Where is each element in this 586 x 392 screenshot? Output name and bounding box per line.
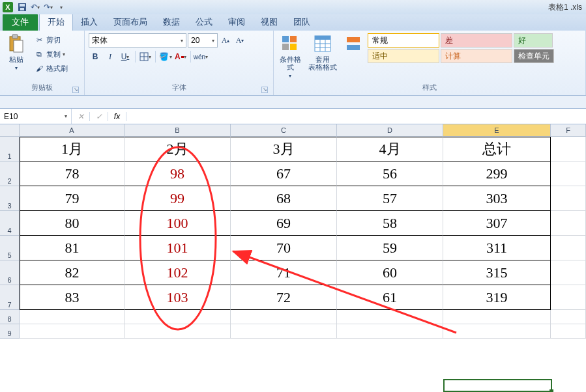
accept-formula-button[interactable]: ✓ xyxy=(90,112,108,121)
row-head-8[interactable]: 8 xyxy=(0,310,20,324)
tab-data[interactable]: 数据 xyxy=(155,14,188,31)
cell-F9[interactable] xyxy=(551,324,586,339)
cell-E1[interactable]: 总计 xyxy=(443,137,551,161)
cell-A6[interactable]: 82 xyxy=(20,260,125,285)
row-head-1[interactable]: 1 xyxy=(0,137,20,161)
cell-C5[interactable]: 70 xyxy=(231,236,337,260)
shrink-font-button[interactable]: A▾ xyxy=(233,34,246,47)
cell-F7[interactable] xyxy=(551,285,586,310)
cell-C9[interactable] xyxy=(231,324,337,339)
cell-E8[interactable] xyxy=(443,310,551,324)
format-painter-button[interactable]: 🖌格式刷 xyxy=(33,62,69,75)
cell-C8[interactable] xyxy=(231,310,337,324)
cancel-formula-button[interactable]: ✕ xyxy=(72,112,90,121)
cell-B8[interactable] xyxy=(125,310,231,324)
underline-button[interactable]: U▾ xyxy=(119,50,132,63)
tab-review[interactable]: 审阅 xyxy=(220,14,253,31)
select-all-corner[interactable] xyxy=(0,124,20,137)
paste-button[interactable]: 粘贴▾ xyxy=(4,33,29,72)
cell-F2[interactable] xyxy=(551,161,586,186)
cell-A8[interactable] xyxy=(20,310,125,324)
cell-E6[interactable]: 315 xyxy=(443,260,551,285)
row-head-9[interactable]: 9 xyxy=(0,324,20,339)
tab-view[interactable]: 视图 xyxy=(253,14,286,31)
italic-button[interactable]: I xyxy=(104,50,117,63)
cell-F3[interactable] xyxy=(551,186,586,211)
style-calc[interactable]: 计算 xyxy=(441,49,512,63)
cell-B1[interactable]: 2月 xyxy=(125,137,231,161)
tab-home[interactable]: 开始 xyxy=(39,13,73,31)
cell-B3[interactable]: 99 xyxy=(125,186,231,211)
cell-C1[interactable]: 3月 xyxy=(231,137,337,161)
cell-C7[interactable]: 72 xyxy=(231,285,337,310)
cell-A3[interactable]: 79 xyxy=(20,186,125,211)
style-bad[interactable]: 差 xyxy=(441,33,512,48)
fill-color-button[interactable]: 🪣▾ xyxy=(159,50,172,63)
phonetic-button[interactable]: wén▾ xyxy=(194,50,207,63)
col-head-A[interactable]: A xyxy=(20,124,125,137)
cell-A2[interactable]: 78 xyxy=(20,161,125,186)
col-head-E[interactable]: E xyxy=(443,124,551,137)
save-icon[interactable] xyxy=(17,2,27,12)
cell-styles-button[interactable] xyxy=(343,33,364,54)
font-color-button[interactable]: A▾ xyxy=(174,50,187,63)
cell-B2[interactable]: 98 xyxy=(125,161,231,186)
copy-button[interactable]: ⧉复制▾ xyxy=(33,48,69,61)
cut-button[interactable]: ✂剪切 xyxy=(33,33,69,46)
cell-F5[interactable] xyxy=(551,236,586,260)
cell-E4[interactable]: 307 xyxy=(443,211,551,236)
col-head-D[interactable]: D xyxy=(337,124,443,137)
cell-B5[interactable]: 101 xyxy=(125,236,231,260)
fx-icon[interactable]: fx xyxy=(108,112,126,121)
row-head-5[interactable]: 5 xyxy=(0,236,20,260)
cell-E5[interactable]: 311 xyxy=(443,236,551,260)
cell-C3[interactable]: 68 xyxy=(231,186,337,211)
cell-D8[interactable] xyxy=(337,310,443,324)
cell-D5[interactable]: 59 xyxy=(337,236,443,260)
grow-font-button[interactable]: A▴ xyxy=(219,34,232,47)
cell-F1[interactable] xyxy=(551,137,586,161)
cell-C2[interactable]: 67 xyxy=(231,161,337,186)
qat-customize-icon[interactable]: ▾ xyxy=(56,2,66,12)
row-head-6[interactable]: 6 xyxy=(0,260,20,285)
cell-D6[interactable]: 60 xyxy=(337,260,443,285)
tab-layout[interactable]: 页面布局 xyxy=(106,14,155,31)
cell-F8[interactable] xyxy=(551,310,586,324)
dialog-launcher-icon[interactable]: ↘ xyxy=(261,87,268,93)
tab-team[interactable]: 团队 xyxy=(286,14,318,31)
cell-B4[interactable]: 100 xyxy=(125,211,231,236)
cell-D2[interactable]: 56 xyxy=(337,161,443,186)
cell-A5[interactable]: 81 xyxy=(20,236,125,260)
row-head-3[interactable]: 3 xyxy=(0,186,20,211)
row-head-2[interactable]: 2 xyxy=(0,161,20,186)
cell-F6[interactable] xyxy=(551,260,586,285)
bold-button[interactable]: B xyxy=(89,50,102,63)
style-neutral[interactable]: 适中 xyxy=(368,49,439,63)
cell-D3[interactable]: 57 xyxy=(337,186,443,211)
tab-formulas[interactable]: 公式 xyxy=(188,14,220,31)
row-head-7[interactable]: 7 xyxy=(0,285,20,310)
cell-B6[interactable]: 102 xyxy=(125,260,231,285)
cell-E9[interactable] xyxy=(443,324,551,339)
tab-insert[interactable]: 插入 xyxy=(73,14,106,31)
dialog-launcher-icon[interactable]: ↘ xyxy=(72,87,79,93)
table-format-button[interactable]: 套用 表格格式 xyxy=(306,33,339,71)
conditional-format-button[interactable]: 条件格式▾ xyxy=(278,33,302,79)
cell-D4[interactable]: 58 xyxy=(337,211,443,236)
style-good[interactable]: 好 xyxy=(514,33,553,48)
cell-A9[interactable] xyxy=(20,324,125,339)
font-size-select[interactable]: 20▾ xyxy=(188,33,218,48)
cell-D1[interactable]: 4月 xyxy=(337,137,443,161)
cell-A4[interactable]: 80 xyxy=(20,211,125,236)
border-button[interactable]: ▾ xyxy=(139,50,152,63)
cell-A1[interactable]: 1月 xyxy=(20,137,125,161)
cell-B9[interactable] xyxy=(125,324,231,339)
active-cell-E10[interactable] xyxy=(444,380,551,391)
cell-E2[interactable]: 299 xyxy=(443,161,551,186)
cell-C6[interactable]: 71 xyxy=(231,260,337,285)
worksheet[interactable]: A B C D E F 1 1月 2月 3月 4月 总计 2 78 98 67 … xyxy=(0,124,586,339)
style-normal[interactable]: 常规 xyxy=(368,33,439,48)
col-head-F[interactable]: F xyxy=(551,124,586,137)
formula-input[interactable] xyxy=(150,109,586,124)
style-check[interactable]: 检查单元 xyxy=(514,49,554,63)
